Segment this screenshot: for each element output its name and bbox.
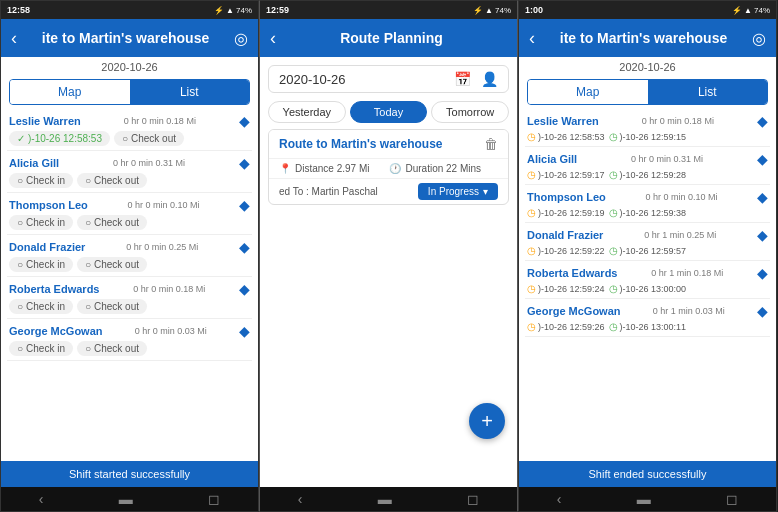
tab-map-1[interactable]: Map (10, 80, 130, 104)
contact-row-thompson-3: Thompson Leo 0 hr 0 min 0.10 Mi ◆ ◷ )-10… (525, 185, 770, 223)
duration-text-2: Duration 22 Mins (405, 163, 481, 174)
checkout-label-george-1: Check out (94, 343, 139, 354)
checkout-btn-george-1[interactable]: ○ Check out (77, 341, 147, 356)
date-icons-2: 📅 👤 (454, 71, 498, 87)
nav-icon-thompson-3[interactable]: ◆ (757, 189, 768, 205)
target-icon-1[interactable]: ◎ (234, 29, 248, 48)
nav-icon-george-3[interactable]: ◆ (757, 303, 768, 319)
checkin-btn-thompson-1[interactable]: ○ Check in (9, 215, 73, 230)
nav-icon-donald-3[interactable]: ◆ (757, 227, 768, 243)
header-1: ‹ ite to Martin's warehouse ◎ (1, 19, 258, 57)
target-icon-3[interactable]: ◎ (752, 29, 766, 48)
checkin-btn-roberta-1[interactable]: ○ Check in (9, 299, 73, 314)
checkout-btn-thompson-1[interactable]: ○ Check out (77, 215, 147, 230)
fab-button-2[interactable]: + (469, 403, 505, 439)
checkout-icon-donald-1: ○ (85, 259, 91, 270)
checkin-ts-george-3: )-10-26 12:59:26 (538, 322, 605, 332)
contact-name-donald-1[interactable]: Donald Frazier (9, 241, 85, 253)
status-icons-1: ⚡ ▲ 74% (214, 6, 252, 15)
nav-back-icon-1[interactable]: ‹ (39, 491, 44, 507)
nav-recent-icon-1[interactable]: ◻ (208, 491, 220, 507)
checkin-ts-donald-3: )-10-26 12:59:22 (538, 246, 605, 256)
tab-list-3[interactable]: List (648, 80, 768, 104)
contact-row-leslie-1: Leslie Warren 0 hr 0 min 0.18 Mi ◆ ✓ )-1… (7, 109, 252, 151)
checkin-label-george-1: Check in (26, 343, 65, 354)
nav-icon-alicia-1[interactable]: ◆ (239, 155, 250, 171)
nav-icon-george-1[interactable]: ◆ (239, 323, 250, 339)
checkout-clock-leslie-3: ◷ (609, 131, 618, 142)
checkin-btn-george-1[interactable]: ○ Check in (9, 341, 73, 356)
nav-icon-roberta-1[interactable]: ◆ (239, 281, 250, 297)
nav-recent-icon-2[interactable]: ◻ (467, 491, 479, 507)
nav-icon-thompson-1[interactable]: ◆ (239, 197, 250, 213)
checkin-btn-alicia-1[interactable]: ○ Check in (9, 173, 73, 188)
contact-stats-thompson-1: 0 hr 0 min 0.10 Mi (127, 200, 199, 210)
tab-bar-1: Map List (9, 79, 250, 105)
check-icon-george-1: ○ (17, 343, 23, 354)
wifi-icon-2: ▲ (485, 6, 493, 15)
header-title-1: ite to Martin's warehouse (17, 30, 234, 46)
checkout-clock-donald-3: ◷ (609, 245, 618, 256)
contact-stats-george-1: 0 hr 0 min 0.03 Mi (135, 326, 207, 336)
contact-name-leslie-1[interactable]: Leslie Warren (9, 115, 81, 127)
delete-route-btn-2[interactable]: 🗑 (484, 136, 498, 152)
nav-home-icon-2[interactable]: ▬ (378, 491, 392, 507)
date-bar-1: 2020-10-26 (1, 57, 258, 75)
tab-map-3[interactable]: Map (528, 80, 648, 104)
battery-3: 74% (754, 6, 770, 15)
nav-icon-alicia-3[interactable]: ◆ (757, 151, 768, 167)
nav-home-icon-3[interactable]: ▬ (637, 491, 651, 507)
checkout-ts-donald-3: )-10-26 12:59:57 (620, 246, 687, 256)
checkout-btn-alicia-1[interactable]: ○ Check out (77, 173, 147, 188)
person-icon-2[interactable]: 👤 (481, 71, 498, 87)
tomorrow-btn[interactable]: Tomorrow (431, 101, 509, 123)
nav-icon-leslie-3[interactable]: ◆ (757, 113, 768, 129)
checkout-btn-donald-1[interactable]: ○ Check out (77, 257, 147, 272)
status-icons-2: ⚡ ▲ 74% (473, 6, 511, 15)
checkin-clock-george-3: ◷ (527, 321, 536, 332)
today-btn[interactable]: Today (350, 101, 428, 123)
yesterday-btn[interactable]: Yesterday (268, 101, 346, 123)
checkin-label-donald-1: Check in (26, 259, 65, 270)
distance-info-2: 📍 Distance 2.97 Mi (279, 163, 369, 174)
nav-icon-leslie-1[interactable]: ◆ (239, 113, 250, 129)
contact-name-donald-3[interactable]: Donald Frazier (527, 229, 603, 241)
notification-3: Shift ended successfully (519, 461, 776, 487)
contact-name-alicia-1[interactable]: Alicia Gill (9, 157, 59, 169)
checkout-btn-roberta-1[interactable]: ○ Check out (77, 299, 147, 314)
contact-name-roberta-1[interactable]: Roberta Edwards (9, 283, 99, 295)
route-card-header-2: Route to Martin's warehouse 🗑 (269, 130, 508, 158)
route-card-footer-2: ed To : Martin Paschal In Progress ▾ (269, 178, 508, 204)
route-title-2[interactable]: Route to Martin's warehouse (279, 137, 443, 151)
wifi-icon: ▲ (226, 6, 234, 15)
contact-stats-donald-1: 0 hr 0 min 0.25 Mi (126, 242, 198, 252)
checkin-clock-alicia-3: ◷ (527, 169, 536, 180)
nav-icon-donald-1[interactable]: ◆ (239, 239, 250, 255)
contacts-list-3: Leslie Warren 0 hr 0 min 0.18 Mi ◆ ◷ )-1… (519, 109, 776, 461)
date-bar-3: 2020-10-26 (519, 57, 776, 75)
nav-back-icon-3[interactable]: ‹ (557, 491, 562, 507)
contact-name-thompson-1[interactable]: Thompson Leo (9, 199, 88, 211)
contact-stats-donald-3: 0 hr 1 min 0.25 Mi (644, 230, 716, 240)
check-icon-donald-1: ○ (17, 259, 23, 270)
contact-name-alicia-3[interactable]: Alicia Gill (527, 153, 577, 165)
contact-name-roberta-3[interactable]: Roberta Edwards (527, 267, 617, 279)
contact-row-thompson-1: Thompson Leo 0 hr 0 min 0.10 Mi ◆ ○ Chec… (7, 193, 252, 235)
tab-list-1[interactable]: List (130, 80, 250, 104)
status-badge-2[interactable]: In Progress ▾ (418, 183, 498, 200)
checkout-clock-thompson-3: ◷ (609, 207, 618, 218)
checkin-btn-donald-1[interactable]: ○ Check in (9, 257, 73, 272)
nav-icon-roberta-3[interactable]: ◆ (757, 265, 768, 281)
contact-name-leslie-3[interactable]: Leslie Warren (527, 115, 599, 127)
checkout-btn-leslie-1[interactable]: ○ Check out (114, 131, 184, 146)
contact-name-george-3[interactable]: George McGowan (527, 305, 621, 317)
nav-bar-1: ‹ ▬ ◻ (1, 487, 258, 511)
contact-name-thompson-3[interactable]: Thompson Leo (527, 191, 606, 203)
calendar-icon-2[interactable]: 📅 (454, 71, 471, 87)
nav-recent-icon-3[interactable]: ◻ (726, 491, 738, 507)
contact-name-george-1[interactable]: George McGowan (9, 325, 103, 337)
checkin-btn-leslie-1[interactable]: ✓ )-10-26 12:58:53 (9, 131, 110, 146)
nav-home-icon-1[interactable]: ▬ (119, 491, 133, 507)
screens-container: 12:58 ⚡ ▲ 74% ‹ ite to Martin's warehous… (0, 0, 778, 512)
nav-back-icon-2[interactable]: ‹ (298, 491, 303, 507)
